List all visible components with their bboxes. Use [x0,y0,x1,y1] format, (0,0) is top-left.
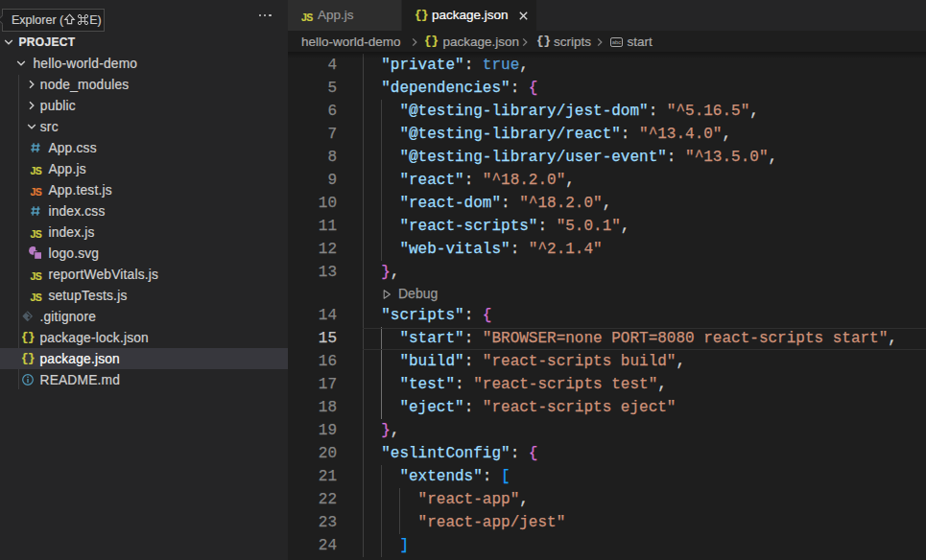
svg-text:abc: abc [612,39,622,45]
